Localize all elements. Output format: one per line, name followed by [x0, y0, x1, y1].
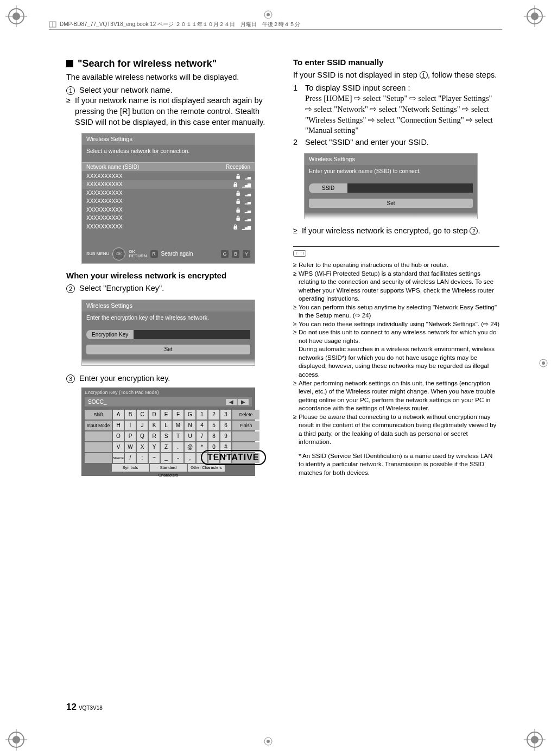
svg-point-19 [542, 361, 545, 365]
page-number: 12VQT3V18 [66, 702, 103, 713]
notes-section: Refer to the operating instructions of t… [293, 246, 499, 477]
tentative-stamp: TENTATIVE [201, 450, 266, 465]
b-badge: B [232, 250, 239, 258]
crop-mark-icon [524, 5, 546, 27]
kb-shift[interactable]: Shift [85, 410, 112, 420]
step-3: 3Enter your encryption key. [66, 373, 273, 384]
book-header: DMP-BD87_77_VQT3V18_eng.book 12 ページ ２０１１… [49, 21, 502, 30]
right-column: To enter SSID manually If your SSID is n… [293, 57, 499, 477]
table-row: XXXXXXXXXX▁▃ [82, 189, 255, 198]
note-item: You can perform this setup anytime by se… [293, 303, 499, 320]
subheading: To enter SSID manually [293, 57, 499, 68]
kb-title: Encryption Key (Touch Pad Mode) [81, 387, 255, 397]
ssid-field: SSID [309, 183, 473, 193]
screen-title: Wireless Settings [305, 154, 477, 165]
note-item: WPS (Wi-Fi Protected Setup) is a standar… [293, 270, 499, 303]
screen-footer: SUB MENU OK OKRETURN R Search again G B … [82, 245, 255, 263]
kb-delete[interactable]: Delete [232, 410, 259, 420]
subheading: When your wireless network is encrypted [66, 270, 273, 281]
arrow-left-icon[interactable]: ◀ [226, 399, 237, 405]
note-item: After performing network settings on thi… [293, 379, 499, 413]
step-1: 1Select your network name. [66, 85, 273, 96]
step-2: 2Select "Encryption Key". [66, 283, 273, 294]
ssid-screen: Wireless Settings Enter your network nam… [304, 153, 478, 219]
kb-input-display: SOCC_ ◀▶ [85, 397, 252, 407]
note-item: Do not use this unit to connect to any w… [293, 328, 499, 379]
bullet-text: If your network name is not displayed se… [75, 96, 273, 128]
y-badge: Y [243, 250, 250, 258]
left-column: "Search for wireless network" The availa… [66, 57, 273, 477]
kb-standard-chars[interactable]: Standard Characters [150, 464, 187, 472]
table-row: XXXXXXXXXX▁▃▅ [82, 223, 255, 231]
crop-mark-icon [263, 10, 273, 20]
table-row: XXXXXXXXXX▁▃ [82, 197, 255, 206]
crop-mark-icon [539, 358, 548, 368]
kb-input-mode[interactable]: Input Mode [85, 421, 112, 430]
svg-point-21 [267, 740, 270, 743]
note-item: Please be aware that connecting to a net… [293, 413, 499, 447]
crop-mark-icon [263, 736, 273, 746]
note-item: Refer to the operating instructions of t… [293, 261, 499, 270]
bullet-text: If your wireless network is encrypted, g… [302, 226, 499, 237]
svg-point-17 [267, 13, 270, 16]
table-row: XXXXXXXXXX▁▃ [82, 172, 255, 181]
crop-mark-icon [5, 729, 27, 751]
screen-title: Wireless Settings [82, 134, 255, 145]
encryption-key-screen: Wireless Settings Enter the encryption k… [81, 300, 255, 366]
body-text: The available wireless networks will be … [66, 72, 273, 83]
wireless-settings-screen: Wireless Settings Select a wireless netw… [81, 133, 255, 264]
note-item: You can redo these settings individually… [293, 320, 499, 329]
book-icon [49, 21, 56, 28]
arrow-right-icon[interactable]: ▶ [238, 399, 249, 405]
set-button[interactable]: Set [309, 199, 473, 208]
kb-other-chars[interactable]: Other Characters [188, 464, 225, 472]
screen-subtitle: Select a wireless network for connection… [82, 145, 255, 162]
table-row: XXXXXXXXXX▁▃ [82, 214, 255, 223]
kb-symbols[interactable]: Symbols [112, 464, 149, 472]
crop-mark-icon [5, 5, 27, 27]
table-row: XXXXXXXXXX▁▃▅ [82, 180, 255, 189]
table-row: XXXXXXXXXX▁▃ [82, 206, 255, 214]
note-icon [293, 250, 306, 257]
screen-subtitle: Enter the encryption key of the wireless… [82, 312, 255, 329]
body-text: If your SSID is not displayed in step 1,… [293, 70, 499, 81]
crop-mark-icon [524, 729, 546, 751]
kb-finish[interactable]: Finish [232, 421, 259, 430]
screen-subtitle: Enter your network name (SSID) to connec… [305, 165, 477, 182]
screen-title: Wireless Settings [82, 300, 255, 312]
g-badge: G [221, 250, 229, 258]
r-badge: R [150, 250, 158, 258]
section-heading: "Search for wireless network" [66, 57, 273, 70]
manual-step-1: 1 To display SSID input screen :Press [H… [293, 83, 499, 136]
set-button[interactable]: Set [86, 345, 250, 354]
footnote: * An SSID (Service Set IDentification) i… [293, 452, 499, 478]
table-header: Network name (SSID)Reception [82, 162, 255, 172]
manual-step-2: 2Select "SSID" and enter your SSID. [293, 137, 499, 148]
encryption-key-field: Encryption Key [86, 330, 250, 340]
ok-knob-icon: OK [112, 247, 125, 261]
